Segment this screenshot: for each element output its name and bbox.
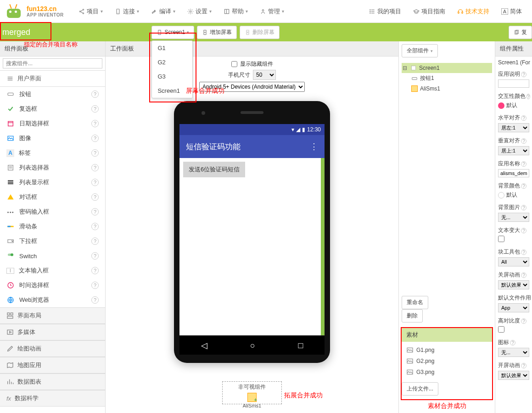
pencil-icon [6,345,14,352]
help-icon[interactable]: ? [91,296,99,304]
media-g3[interactable]: G3.png [406,367,487,378]
prop-icon[interactable]: 无... [498,348,529,357]
prop-highcontrast[interactable] [498,326,504,333]
phone-wrap: ▾ ◢ ▮ 12:30 短信验证码功能 ⋮ 发送6位验证码短信 ◁ ○ [106,96,398,380]
help-icon[interactable]: ? [91,105,99,113]
palette-timepicker[interactable]: 时间选择框? [0,278,105,293]
palette-notifier[interactable]: 对话框? [0,190,105,204]
palette-textbox[interactable]: I文本输入框? [0,263,105,278]
home-icon[interactable]: ○ [250,341,255,351]
palette-cat-maps[interactable]: 地图应用 [0,357,105,373]
all-components-button[interactable]: 全部组件▾ [402,44,438,57]
palette-webviewer[interactable]: Web浏览器? [0,293,105,307]
prop-halign[interactable]: 居左:1 [498,123,529,132]
logo[interactable]: fun123.cn APP INVENTOR [5,4,64,19]
help-icon[interactable]: ? [91,238,99,245]
tree-button1[interactable]: 按钮1 [410,73,492,84]
help-icon[interactable]: ? [91,252,99,260]
screen-option-g2[interactable]: G2 [152,55,192,69]
palette-password[interactable]: ●●●密码输入框? [0,204,105,219]
palette-search[interactable] [3,58,102,68]
media-g1[interactable]: G1.png [406,345,487,356]
prop-bgimage[interactable]: 无... [498,213,529,222]
prop-openanim[interactable]: 默认效果 [498,371,529,380]
menu-myprojects[interactable]: 我的项目 [364,5,407,18]
prop-valign[interactable]: 居上:1 [498,146,529,155]
help-icon[interactable]: ? [91,208,99,215]
app-content[interactable]: 发送6位验证码短信 [179,158,325,335]
palette-spinner[interactable]: 下拉框? [0,234,105,249]
palette-cat-ui[interactable]: 用户界面 [0,70,105,87]
phone-statusbar: ▾ ◢ ▮ 12:30 [179,124,325,135]
app-bar: 短信验证码功能 ⋮ [179,135,325,158]
help-icon[interactable]: ? [91,149,99,157]
menu-manage[interactable]: 管理▾ [254,5,290,18]
palette-cat-charts[interactable]: 数据图表 [0,373,105,390]
screen-option-g1[interactable]: G1 [152,41,192,55]
noncomp-alisms[interactable]: AliSms1 [243,393,261,408]
palette-cat-layout[interactable]: 界面布局 [0,307,105,324]
listpicker-icon [6,164,15,172]
add-screen-button[interactable]: 增加屏幕 [197,26,237,39]
palette-cat-data[interactable]: fx数据科学 [0,390,105,407]
help-icon[interactable]: ? [91,120,99,127]
prop-bigtext[interactable] [498,236,504,242]
help-icon[interactable]: ? [91,91,99,98]
delete-button[interactable]: 删除 [402,309,423,322]
help-icon[interactable]: ? [91,267,99,274]
palette-label[interactable]: A标签? [0,146,105,160]
tree-alisms1[interactable]: AliSms1 [410,84,492,94]
copy-button[interactable]: 复 [509,26,532,39]
sms-button[interactable]: 发送6位验证码短信 [183,162,245,177]
image-icon [406,346,414,354]
palette-datepicker[interactable]: 日期选择框? [0,116,105,131]
menu-help[interactable]: 帮助▾ [218,5,253,18]
palette-slider[interactable]: 滑动条? [0,219,105,234]
collapse-icon[interactable]: ⊟ [403,65,408,71]
palette-image[interactable]: 图像? [0,131,105,146]
palette-cat-anim[interactable]: 绘图动画 [0,340,105,357]
help-icon[interactable]: ? [91,193,99,201]
palette-listpicker[interactable]: 列表选择器? [0,160,105,175]
upload-button[interactable]: 上传文件... [402,382,438,396]
screen-selector[interactable]: Screen1▾ [151,26,194,39]
prop-desc-input[interactable] [498,79,529,88]
prop-closeanim[interactable]: 默认效果 [498,280,529,289]
noncomp-header: 非可视组件 [108,383,396,391]
help-icon[interactable]: ? [91,179,99,186]
delete-screen-button[interactable]: 删除屏幕 [240,26,280,39]
palette-button[interactable]: 按钮? [0,87,105,102]
menu-build[interactable]: 编译▾ [146,5,181,18]
menu-dots-icon[interactable]: ⋮ [310,141,318,152]
tree-screen1[interactable]: ⊟ Screen1 [402,63,492,73]
rename-button[interactable]: 重命名 [402,296,428,309]
menu-support[interactable]: 技术支持 [452,5,495,18]
recent-icon[interactable]: □ [298,341,303,351]
image-icon [406,368,414,376]
properties-header: 组件属性 [495,41,532,57]
screen-option-g3[interactable]: G3 [152,69,192,84]
prop-accent[interactable]: 默认 [498,102,529,109]
palette-listview[interactable]: 列表显示框? [0,175,105,190]
help-icon[interactable]: ? [91,164,99,171]
menu-settings[interactable]: 设置▾ [182,5,217,18]
prop-blocks[interactable]: All [498,257,529,266]
menu-project[interactable]: 项目▾ [73,5,108,18]
help-icon[interactable]: ? [91,223,99,230]
phone-size-select[interactable]: 50 [253,70,276,80]
show-hidden-checkbox[interactable] [231,61,237,67]
menu-connect[interactable]: 连接▾ [109,5,145,18]
media-g2[interactable]: G2.png [406,356,487,367]
prop-bgcolor[interactable]: 默认 [498,191,529,199]
back-icon[interactable]: ◁ [201,340,207,351]
prop-defaultfile[interactable]: App [498,303,529,312]
help-icon[interactable]: ? [91,135,99,142]
palette-cat-media[interactable]: 多媒体 [0,324,105,340]
palette-checkbox[interactable]: 复选框? [0,102,105,116]
menu-guide[interactable]: 项目指南 [408,5,451,18]
extension-icon [411,85,418,92]
prop-appname[interactable] [498,169,529,177]
help-icon[interactable]: ? [91,282,99,289]
menu-lang[interactable]: A简体 [496,5,527,18]
palette-switch[interactable]: Switch? [0,249,105,263]
